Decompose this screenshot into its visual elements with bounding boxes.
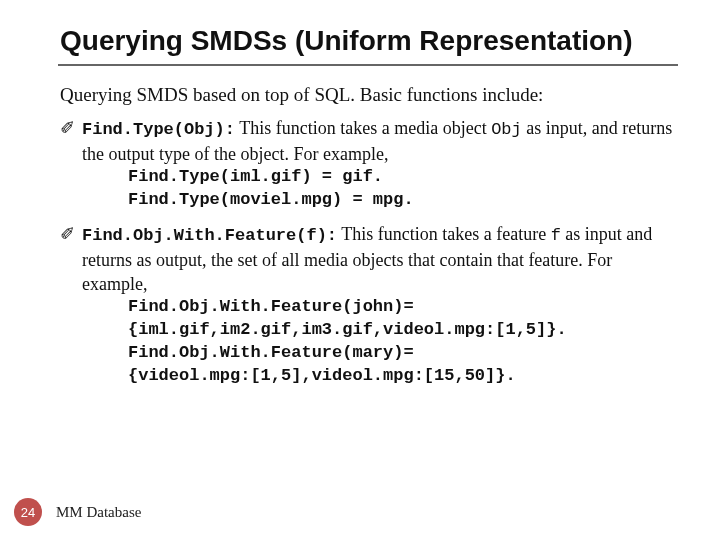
bullet-item-findtype: ✐ Find.Type(Obj): This function takes a … [60,116,680,212]
bullet-icon: ✐ [60,116,75,140]
func-name: Find.Obj.With.Feature(f): [82,226,337,245]
slide-title: Querying SMDSs (Uniform Representation) [60,24,680,58]
slide-footer: 24 MM Database [14,498,141,526]
bullet-item-findobj: ✐ Find.Obj.With.Feature(f): This functio… [60,222,680,388]
example-line: Find.Obj.With.Feature(mary)= [128,342,680,365]
footer-label: MM Database [56,504,141,521]
desc-text: This function takes a feature [337,224,551,244]
example-line: Find.Obj.With.Feature(john)= [128,296,680,319]
func-name: Find.Type(Obj): [82,120,235,139]
arg-name: f [551,226,561,245]
example-line: {iml.gif,im2.gif,im3.gif,videol.mpg:[1,5… [128,319,680,342]
example-line: Find.Type(moviel.mpg) = mpg. [128,189,680,212]
title-underline [58,64,678,66]
arg-name: Obj [491,120,522,139]
desc-text: This function takes a media object [235,118,491,138]
slide: Querying SMDSs (Uniform Representation) … [0,0,720,540]
page-number-badge: 24 [14,498,42,526]
intro-text: Querying SMDS based on top of SQL. Basic… [60,84,680,106]
example-line: Find.Type(iml.gif) = gif. [128,166,680,189]
example-line: {videol.mpg:[1,5],videol.mpg:[15,50]}. [128,365,680,388]
bullet-icon: ✐ [60,222,75,246]
